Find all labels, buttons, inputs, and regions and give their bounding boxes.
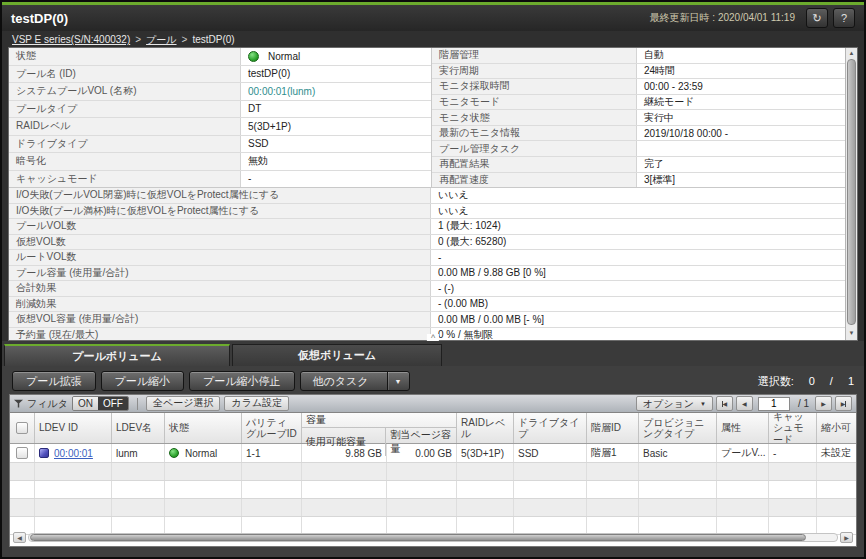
detail-row-encryption: 暗号化 無効	[9, 153, 431, 171]
detail-label: 合計効果	[9, 281, 431, 296]
table-header-row: LDEV ID LDEV名 状態 パリティグループID 容量 使用可能容量 割当…	[10, 413, 856, 444]
header-ldev-id[interactable]: LDEV ID	[35, 413, 112, 443]
empty-cell	[457, 463, 514, 480]
filter-on-button[interactable]: ON	[73, 397, 98, 410]
ldev-id-link[interactable]: 00:00:01	[54, 448, 93, 459]
page-number-input[interactable]	[758, 397, 790, 411]
empty-cell	[112, 481, 165, 498]
help-button[interactable]: ?	[833, 8, 855, 28]
last-page-button[interactable]: ▶	[835, 396, 852, 411]
pager-controls: オプション ▼ ◀ ◀ / 1 ▶ ▶	[636, 396, 852, 411]
empty-cell	[387, 481, 457, 498]
detail-value: いいえ	[431, 204, 846, 219]
selection-count-separator: /	[830, 375, 833, 387]
detail-value: いいえ	[431, 188, 846, 203]
detail-row-monitor-status: モニタ状態 実行中	[432, 110, 846, 126]
empty-cell	[10, 463, 35, 480]
details-right-column: 階層管理 自動 実行周期 24時間 モニタ採取時間 00:00 - 23:59 …	[431, 48, 846, 187]
empty-cell	[35, 481, 112, 498]
scroll-right-icon[interactable]: ▶	[840, 532, 853, 543]
cell-status: Normal	[165, 444, 242, 462]
detail-row-raid-level: RAIDレベル 5(3D+1P)	[9, 118, 431, 136]
cell-raid-level: 5(3D+1P)	[457, 444, 514, 462]
detail-value: - (0.00 MB)	[431, 297, 846, 312]
header-status[interactable]: 状態	[165, 413, 242, 443]
shrink-pool-button[interactable]: プール縮小	[101, 371, 185, 391]
expand-pool-button[interactable]: プール拡張	[12, 371, 96, 391]
detail-label: システムプールVOL (名称)	[9, 83, 241, 100]
header-provisioning-type[interactable]: プロビジョニングタイプ	[639, 413, 717, 443]
breadcrumb-root-link[interactable]: VSP E series(S/N:400032)	[12, 34, 130, 45]
detail-label: RAIDレベル	[9, 118, 241, 135]
empty-cell	[112, 499, 165, 516]
header-attribute[interactable]: 属性	[717, 413, 769, 443]
detail-row-tier-management: 階層管理 自動	[432, 48, 846, 64]
tab-pool-volumes[interactable]: プールボリューム	[4, 344, 230, 366]
stop-shrink-pool-button[interactable]: プール縮小停止	[189, 371, 295, 391]
detail-row-root-vol-count: ルートVOL数 -	[9, 250, 846, 266]
detail-value: 自動	[637, 48, 846, 63]
tab-virtual-volumes[interactable]: 仮想ボリューム	[232, 344, 442, 366]
filter-off-button[interactable]: OFF	[98, 397, 128, 410]
status-normal-icon	[169, 448, 179, 458]
table-horizontal-scrollbar[interactable]: ◀ ▶	[13, 532, 853, 543]
detail-row-system-pool-vol: システムプールVOL (名称) 00:00:01(lunm)	[9, 83, 431, 101]
header-drive-type[interactable]: ドライブタイプ	[514, 413, 587, 443]
header-capacity[interactable]: 容量	[302, 413, 456, 428]
empty-cell	[387, 463, 457, 480]
detail-value: testDP(0)	[241, 66, 431, 83]
details-vertical-scrollbar[interactable]: ▲ ▼	[845, 48, 857, 340]
options-dropdown[interactable]: オプション ▼	[636, 396, 713, 411]
empty-table-row	[10, 481, 856, 499]
detail-value: -	[241, 171, 431, 188]
detail-label: プール容量 (使用量/合計)	[9, 266, 431, 281]
header-tier-id[interactable]: 階層ID	[587, 413, 639, 443]
page-prev-icon: ◀	[742, 400, 747, 407]
select-all-pages-button[interactable]: 全ページ選択	[146, 396, 220, 411]
horizontal-scrollbar-thumb[interactable]	[30, 534, 806, 541]
detail-value: 0 % / 無制限	[431, 328, 846, 341]
empty-table-row	[10, 499, 856, 517]
other-tasks-dropdown[interactable]: 他のタスク ▼	[300, 371, 410, 391]
refresh-button[interactable]: ↻	[806, 8, 828, 28]
breadcrumb-pool-link[interactable]: プール	[146, 33, 176, 47]
header-raid-level[interactable]: RAIDレベル	[457, 413, 514, 443]
detail-label: プールタイプ	[9, 101, 241, 118]
header-ldev-name[interactable]: LDEV名	[112, 413, 165, 443]
chevron-down-icon: ▼	[387, 372, 409, 390]
empty-cell	[457, 499, 514, 516]
header-parity-group[interactable]: パリティグループID	[242, 413, 302, 443]
first-page-button[interactable]: ◀	[716, 396, 733, 411]
detail-row-pool-vol-count: プールVOL数 1 (最大: 1024)	[9, 219, 846, 235]
cell-drive-type: SSD	[514, 444, 587, 462]
empty-cell	[717, 499, 769, 516]
next-page-button[interactable]: ▶	[815, 396, 832, 411]
selection-count: 選択数: 0 / 1	[758, 374, 854, 389]
details-scrollbar-thumb[interactable]	[847, 59, 856, 325]
empty-cell	[817, 499, 857, 516]
horizontal-scrollbar-track[interactable]	[28, 533, 838, 542]
detail-value: 無効	[241, 153, 431, 170]
column-settings-button[interactable]: カラム設定	[224, 396, 289, 411]
scroll-up-icon[interactable]: ▲	[846, 48, 857, 58]
detail-row-status: 状態 Normal	[9, 48, 431, 66]
scroll-down-icon[interactable]: ▼	[846, 328, 857, 338]
header-shrinkable[interactable]: 縮小可	[817, 413, 857, 443]
scroll-left-icon[interactable]: ◀	[13, 532, 26, 543]
empty-cell	[587, 499, 639, 516]
row-checkbox[interactable]	[16, 447, 28, 459]
previous-page-button[interactable]: ◀	[736, 396, 753, 411]
help-icon: ?	[841, 12, 847, 24]
detail-row-virtual-vol-capacity: 仮想VOL容量 (使用量/合計) 0.00 MB / 0.00 MB [- %]	[9, 312, 846, 328]
empty-cell	[35, 463, 112, 480]
filter-label[interactable]: フィルタ	[27, 397, 68, 411]
detail-row-monitor-time: モニタ採取時間 00:00 - 23:59	[432, 79, 846, 95]
detail-label: 実行周期	[432, 64, 637, 79]
empty-cell	[302, 463, 387, 480]
header-capacity-group: 容量 使用可能容量 割当ページ容量	[302, 413, 457, 443]
header-cache-mode[interactable]: キャッシュモード	[769, 413, 817, 443]
filter-icon[interactable]	[14, 399, 23, 408]
detail-row-monitor-mode: モニタモード 継続モード	[432, 95, 846, 111]
detail-row-relocation-result: 再配置結果 完了	[432, 157, 846, 173]
select-all-checkbox[interactable]	[16, 422, 28, 434]
